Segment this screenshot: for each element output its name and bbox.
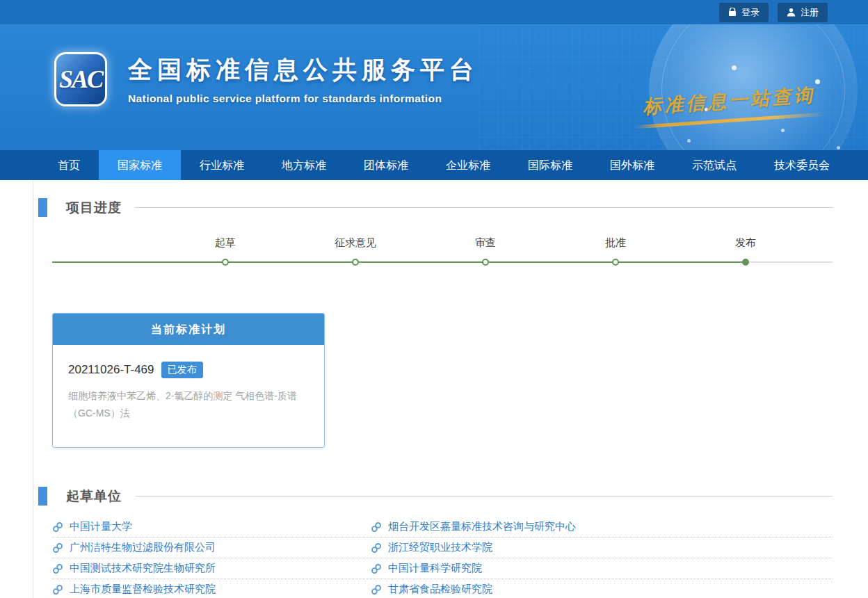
brand-text: 全国标准信息公共服务平台 National public service pla… xyxy=(128,54,479,105)
lock-icon xyxy=(728,8,737,17)
nav-item-home[interactable]: 首页 xyxy=(39,150,99,180)
plan-card-title: 当前标准计划 xyxy=(53,314,324,345)
progress-section-header: 项目进度 xyxy=(0,180,868,217)
plan-card-body: 20211026-T-469 已发布 细胞培养液中苯乙烯、2-氯乙醇的测定 气相… xyxy=(53,345,324,447)
unit-name: 上海市质量监督检验技术研究院 xyxy=(70,583,216,596)
plan-id-row: 20211026-T-469 已发布 xyxy=(68,362,309,378)
nav-item-local-standards[interactable]: 地方标准 xyxy=(263,150,345,180)
section-rule xyxy=(136,496,833,496)
section-marker xyxy=(38,487,47,506)
link-icon xyxy=(52,522,63,533)
timeline-step-publish: 发布 xyxy=(711,236,780,266)
unit-name: 浙江经贸职业技术学院 xyxy=(388,541,492,554)
drafting-unit-link[interactable]: 烟台开发区嘉量标准技术咨询与研究中心 xyxy=(371,517,833,538)
link-icon xyxy=(371,563,382,574)
nav-item-pilot-programs[interactable]: 示范试点 xyxy=(673,150,755,180)
brand-block: SAC 全国标准信息公共服务平台 National public service… xyxy=(54,52,479,106)
current-plan-card: 当前标准计划 20211026-T-469 已发布 细胞培养液中苯乙烯、2-氯乙… xyxy=(52,313,325,448)
sac-logo[interactable]: SAC xyxy=(54,52,107,106)
progress-timeline: 起草 征求意见 审查 批准 发布 xyxy=(52,236,833,286)
timeline-step-review: 审查 xyxy=(451,236,520,266)
drafting-section-title: 起草单位 xyxy=(66,487,122,506)
timeline-step-comment: 征求意见 xyxy=(321,236,390,266)
page-subtitle: National public service platform for sta… xyxy=(128,92,479,105)
section-rule xyxy=(136,207,833,208)
register-label: 注册 xyxy=(801,6,819,19)
sac-logo-text: SAC xyxy=(59,65,102,94)
unit-name: 中国测试技术研究院生物研究所 xyxy=(70,562,216,575)
unit-name: 中国计量大学 xyxy=(70,520,132,533)
plan-description: 细胞培养液中苯乙烯、2-氯乙醇的测定 气相色谱-质谱（GC-MS）法 xyxy=(68,387,309,422)
step-dot-current xyxy=(742,259,749,266)
drafting-unit-link[interactable]: 浙江经贸职业技术学院 xyxy=(371,538,833,558)
unit-name: 中国计量科学研究院 xyxy=(388,562,482,575)
link-icon xyxy=(52,563,63,574)
step-dot xyxy=(352,259,359,266)
unit-name: 烟台开发区嘉量标准技术咨询与研究中心 xyxy=(388,520,576,533)
step-dot xyxy=(222,259,229,266)
drafting-unit-link[interactable]: 中国测试技术研究院生物研究所 xyxy=(52,558,371,579)
link-icon xyxy=(371,584,382,595)
link-icon xyxy=(371,542,382,553)
progress-section-title: 项目进度 xyxy=(66,199,122,217)
unit-name: 广州洁特生物过滤股份有限公司 xyxy=(70,541,216,554)
drafting-unit-link[interactable]: 甘肃省食品检验研究院 xyxy=(371,579,833,598)
unit-name: 甘肃省食品检验研究院 xyxy=(388,583,492,596)
left-divider-line xyxy=(33,180,33,598)
step-label: 征求意见 xyxy=(321,236,390,250)
nav-item-technical-committees[interactable]: 技术委员会 xyxy=(755,150,849,180)
drafting-unit-link[interactable]: 上海市质量监督检验技术研究院 xyxy=(52,579,371,598)
link-icon xyxy=(52,542,63,553)
drafting-unit-link[interactable]: 广州洁特生物过滤股份有限公司 xyxy=(52,538,371,558)
step-label: 批准 xyxy=(581,236,650,250)
nav-item-group-standards[interactable]: 团体标准 xyxy=(345,150,427,180)
drafting-section-header: 起草单位 xyxy=(0,448,868,506)
main-nav: 首页 国家标准 行业标准 地方标准 团体标准 企业标准 国际标准 国外标准 示范… xyxy=(0,150,868,180)
register-button[interactable]: 注册 xyxy=(778,3,828,22)
nav-item-enterprise-standards[interactable]: 企业标准 xyxy=(427,150,509,180)
page-title: 全国标准信息公共服务平台 xyxy=(128,54,479,86)
user-icon xyxy=(787,8,796,17)
step-dot xyxy=(612,259,619,266)
drafting-unit-link[interactable]: 中国计量大学 xyxy=(52,517,371,538)
link-icon xyxy=(371,522,382,533)
step-label: 审查 xyxy=(451,236,520,250)
step-label: 起草 xyxy=(191,236,260,250)
nav-item-foreign-standards[interactable]: 国外标准 xyxy=(591,150,673,180)
top-utility-bar: 登录 注册 xyxy=(0,0,868,24)
plan-id: 20211026-T-469 xyxy=(68,363,154,377)
drafting-unit-link[interactable]: 中国计量科学研究院 xyxy=(371,558,833,579)
drafting-units-list: 中国计量大学 广州洁特生物过滤股份有限公司 中国测试技术研究院生物研究所 上海市… xyxy=(52,517,833,598)
login-button[interactable]: 登录 xyxy=(719,3,769,22)
site-banner: SAC 全国标准信息公共服务平台 National public service… xyxy=(0,24,868,150)
login-label: 登录 xyxy=(741,6,760,19)
page-content: 项目进度 起草 征求意见 审查 批准 发布 当前标准计划 xyxy=(0,180,868,598)
section-marker xyxy=(38,198,47,217)
nav-item-national-standards[interactable]: 国家标准 xyxy=(99,150,181,180)
nav-item-international-standards[interactable]: 国际标准 xyxy=(509,150,591,180)
link-icon xyxy=(52,584,63,595)
nav-item-industry-standards[interactable]: 行业标准 xyxy=(181,150,263,180)
step-label: 发布 xyxy=(711,236,780,250)
status-badge: 已发布 xyxy=(161,362,203,378)
step-dot xyxy=(482,259,489,266)
timeline-step-approve: 批准 xyxy=(581,236,650,266)
timeline-step-draft: 起草 xyxy=(191,236,260,266)
